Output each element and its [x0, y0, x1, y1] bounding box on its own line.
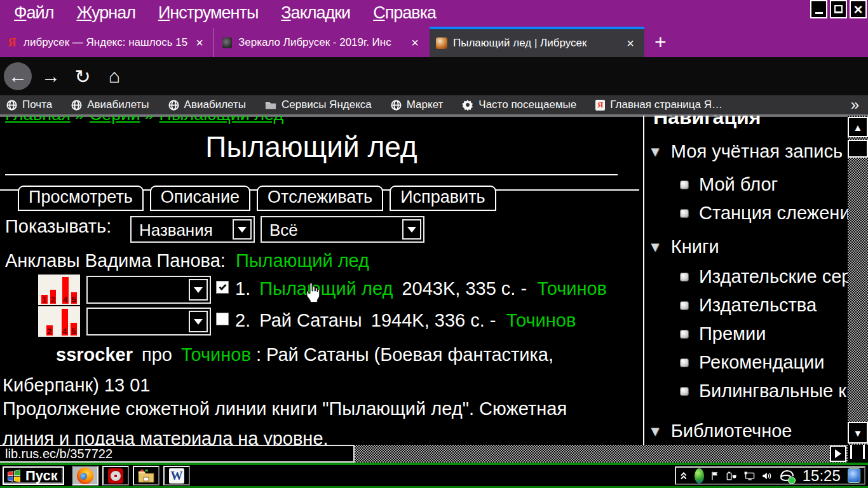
menu-help[interactable]: Справка: [373, 3, 436, 23]
book-author-link[interactable]: Точинов: [537, 278, 607, 299]
bookmark-aviabilety-2[interactable]: Авиабилеты: [168, 98, 246, 111]
sidebar-item-bilingual-books[interactable]: Билингвальные кн: [680, 381, 848, 402]
rating-thumbnail[interactable]: 1 2 4 5: [38, 274, 80, 305]
battery-power-icon[interactable]: [726, 468, 737, 484]
breadcrumb-series-link[interactable]: Серии: [90, 116, 140, 124]
scrollbar-thumb[interactable]: [848, 140, 868, 158]
quicklaunch-firefox-button[interactable]: [72, 466, 98, 485]
sidebar-item-recommendations[interactable]: Рекомендации: [680, 352, 824, 373]
titles-select[interactable]: Названия: [130, 216, 255, 243]
sidebar-item-library[interactable]: ▼ Библиотечное: [648, 421, 792, 442]
scroll-down-button[interactable]: ▼: [848, 422, 868, 444]
sidebar-item-publisher-series[interactable]: Издательские сери: [680, 266, 848, 287]
rating-thumbnail[interactable]: 2 4 5: [38, 306, 80, 337]
tray-expand-chevron-icon[interactable]: [680, 469, 688, 483]
tab-track[interactable]: Отслеживать: [257, 186, 383, 211]
tab-close-icon[interactable]: ×: [192, 36, 207, 50]
book-title-link[interactable]: Пылающий лед: [259, 278, 393, 299]
status-row: lib.rus.ec/b/357722: [0, 445, 868, 463]
collapse-triangle-icon[interactable]: ▼: [648, 144, 662, 160]
book-checkbox[interactable]: [216, 281, 229, 294]
back-button[interactable]: ←: [4, 62, 32, 90]
quicklaunch-explorer-button[interactable]: [133, 466, 159, 485]
tab-description[interactable]: Описание: [150, 186, 250, 211]
sidebar-item-awards[interactable]: Премии: [680, 323, 766, 344]
scroll-up-button[interactable]: ▲: [848, 117, 868, 137]
flag-tray-icon[interactable]: [711, 468, 719, 484]
restore-icon: [834, 6, 843, 13]
bookmark-yandex-home[interactable]: Я Главная страница Я…: [595, 98, 722, 111]
menu-file[interactable]: Файл: [14, 3, 53, 23]
comment-paragraph: ssrocker про Точинов : Рай Сатаны (Боева…: [3, 339, 607, 400]
selected-value: Названия: [139, 220, 213, 240]
restore-button[interactable]: [830, 0, 847, 18]
quicklaunch-word-button[interactable]: W: [163, 466, 190, 485]
bullet-icon: [680, 273, 689, 281]
book-action-select[interactable]: [86, 308, 211, 336]
check-icon: [219, 282, 226, 290]
bookmark-folder-yandex-services[interactable]: Сервисы Яндекса: [265, 98, 372, 111]
start-button[interactable]: Пуск: [3, 466, 64, 485]
comment-username[interactable]: ssrocker: [56, 344, 133, 365]
close-button[interactable]: ×: [850, 0, 867, 18]
home-button[interactable]: ⌂: [100, 62, 128, 90]
selected-value: Всё: [269, 220, 298, 240]
quicklaunch-media-button[interactable]: [102, 466, 129, 485]
tab-fix[interactable]: Исправить: [390, 186, 496, 211]
reload-button[interactable]: ↻: [69, 62, 97, 90]
menu-bookmarks[interactable]: Закладки: [281, 3, 350, 23]
tab-yandex-search[interactable]: Я либрусек — Яндекс: нашлось 15 ×: [0, 28, 214, 57]
sidebar-item-my-account[interactable]: ▼ Моя учётная запись: [648, 141, 843, 162]
breadcrumb-home-link[interactable]: Главная: [5, 116, 71, 124]
bookmark-pochta[interactable]: Почта: [6, 98, 52, 111]
bullet-icon: [680, 180, 689, 189]
tab-mirror[interactable]: Зеркало Либрусек - 2019г. Инс ×: [215, 28, 429, 57]
tab-title: Пылающий лед | Либрусек: [453, 37, 623, 50]
horizontal-scrollbar[interactable]: [355, 445, 868, 463]
dropdown-arrow-button[interactable]: [233, 219, 252, 240]
windows-logo-icon: [7, 470, 21, 482]
book-row: 2. Рай Сатаны 1944K, 336 с. - Точинов: [235, 310, 576, 331]
sidebar-item-publishers[interactable]: Издательства: [680, 295, 817, 316]
forward-button[interactable]: →: [37, 62, 65, 90]
sidebar-item-books[interactable]: ▼ Книги: [648, 236, 719, 257]
collapse-triangle-icon[interactable]: ▼: [648, 239, 662, 255]
firefox-icon: [77, 468, 93, 484]
speaker-volume-icon[interactable]: [762, 468, 772, 484]
bookmark-market[interactable]: Маркет: [391, 98, 444, 111]
tab-close-icon[interactable]: ×: [623, 36, 638, 51]
new-tab-button[interactable]: +: [649, 30, 672, 54]
bookmarks-overflow-chevron[interactable]: »: [851, 96, 859, 114]
comment-author-link[interactable]: Точинов: [181, 344, 251, 365]
book-action-select[interactable]: [86, 276, 211, 304]
idm-tray-icon[interactable]: [695, 468, 705, 484]
globe-icon: [168, 100, 179, 111]
all-select[interactable]: Всё: [261, 216, 424, 243]
book-author-link[interactable]: Точинов: [506, 310, 576, 330]
start-label: Пуск: [25, 468, 58, 484]
bookmark-aviabilety-1[interactable]: Авиабилеты: [71, 98, 149, 111]
tray-clock[interactable]: 15:25: [803, 467, 841, 485]
minimize-button[interactable]: [810, 0, 827, 18]
series-link[interactable]: Пылающий лед: [236, 250, 369, 271]
dropdown-arrow-button[interactable]: [402, 219, 421, 240]
menu-tools[interactable]: Инструменты: [158, 3, 258, 23]
display-settings-icon[interactable]: [744, 468, 755, 484]
librusec-favicon: [436, 37, 447, 49]
dropdown-arrow-button[interactable]: [189, 279, 208, 301]
tab-active-librusec[interactable]: Пылающий лед | Либрусек ×: [430, 27, 644, 57]
tab-close-icon[interactable]: ×: [407, 36, 423, 50]
network-status-icon[interactable]: [779, 468, 794, 484]
menu-journal[interactable]: Журнал: [76, 3, 135, 23]
bookmark-frequently-visited[interactable]: Часто посещаемые: [462, 98, 576, 111]
show-desktop-icon[interactable]: [848, 468, 860, 483]
tab-view[interactable]: Просмотреть: [18, 186, 144, 211]
dropdown-arrow-button[interactable]: [189, 311, 208, 332]
vertical-scrollbar[interactable]: ▲ ▼: [848, 116, 868, 445]
book-checkbox[interactable]: [216, 313, 229, 325]
globe-icon: [6, 100, 17, 111]
collapse-triangle-icon[interactable]: ▼: [648, 423, 662, 440]
scroll-right-button[interactable]: [830, 445, 846, 462]
sidebar-item-tracking-station[interactable]: Станция слежения: [680, 203, 848, 224]
sidebar-item-my-blog[interactable]: Мой блог: [680, 174, 778, 195]
